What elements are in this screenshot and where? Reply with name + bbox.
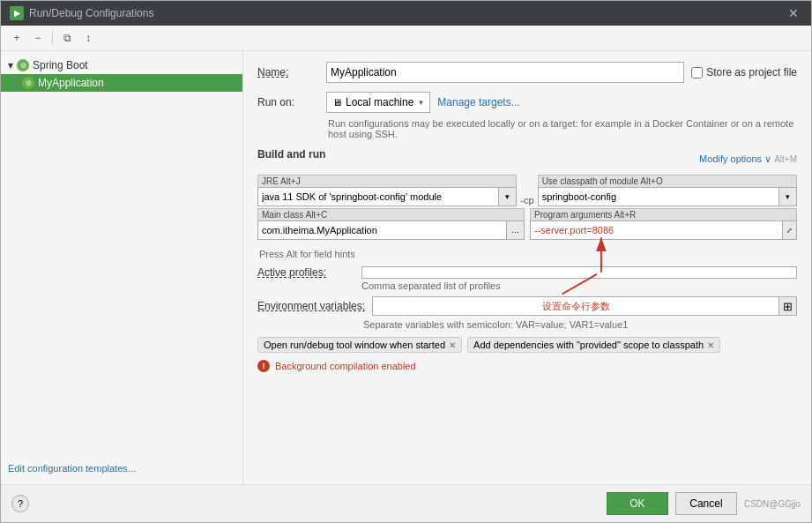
jre-field: JRE Alt+J ▾	[257, 175, 517, 206]
store-as-project-checkbox[interactable]	[691, 67, 703, 78]
env-row: Environment variables: ⊞	[257, 296, 797, 316]
right-panel: Name: Store as project file Run on: 🖥 Lo…	[243, 51, 811, 484]
error-text: Background compilation enabled	[275, 361, 416, 371]
cp-separator: -cp	[518, 175, 535, 206]
profiles-input[interactable]	[361, 266, 797, 279]
csdn-watermark: CSDN@GGjjo	[744, 499, 801, 509]
program-args-input[interactable]	[530, 220, 783, 240]
run-on-row: Run on: 🖥 Local machine ▼ Manage targets…	[257, 92, 797, 113]
run-on-dropdown[interactable]: 🖥 Local machine ▼	[326, 92, 430, 113]
active-profiles-label: Active profiles:	[257, 266, 354, 279]
expand-icon: ▾	[8, 59, 13, 71]
cp-label: -cp	[520, 195, 533, 205]
jre-input[interactable]	[257, 187, 499, 206]
run-on-label: Run on:	[257, 96, 319, 108]
store-label: Store as project file	[706, 66, 797, 78]
main-class-input-row: …	[257, 220, 525, 240]
modify-options-link[interactable]: Modify options ∨ Alt+M	[699, 153, 797, 165]
main-class-input[interactable]	[257, 220, 507, 240]
build-run-section: Build and run Modify options ∨ Alt+M JRE…	[257, 148, 797, 240]
jre-cp-row: JRE Alt+J ▾ -cp Use class	[257, 175, 797, 206]
classpath-input-row: ▾	[538, 187, 797, 206]
use-classpath-label: Use classpath of module Alt+O	[542, 176, 663, 186]
env-input[interactable]	[372, 296, 779, 316]
sidebar-group-springboot[interactable]: ▾ ⚙ Spring Boot	[1, 56, 242, 74]
program-args-label: Program arguments Alt+R	[534, 210, 636, 220]
jre-dropdown-btn[interactable]: ▾	[499, 187, 517, 206]
sidebar-item-label: MyApplication	[38, 77, 104, 89]
error-icon: !	[257, 360, 270, 372]
main-class-field: Main class Alt+C …	[257, 208, 525, 240]
ok-button[interactable]: OK	[607, 492, 668, 515]
spring-boot-icon: ⚙	[17, 59, 29, 71]
tag-open-run-debug-close[interactable]: ✕	[449, 340, 456, 350]
modify-options-label: Modify options ∨	[699, 153, 771, 164]
close-button[interactable]: ✕	[785, 6, 802, 20]
toolbar: + − ⧉ ↕	[1, 26, 811, 51]
main-class-label: Main class Alt+C	[262, 210, 327, 220]
main-class-browse-btn[interactable]: …	[507, 220, 525, 240]
info-text: Run configurations may be executed local…	[328, 118, 797, 139]
sidebar-item-myapplication[interactable]: ⚙ MyApplication	[1, 74, 242, 92]
profiles-hint: Comma separated list of profiles	[361, 280, 797, 291]
dropdown-arrow-icon: ▼	[417, 99, 424, 107]
edit-templates-link[interactable]: Edit configuration templates...	[1, 456, 242, 481]
error-row: ! Background compilation enabled	[257, 360, 797, 372]
dialog-icon: ▶	[10, 6, 24, 20]
program-args-field: Program arguments Alt+R ⤢	[530, 208, 797, 240]
sort-config-button[interactable]: ↕	[79, 29, 97, 47]
help-button[interactable]: ?	[11, 495, 29, 512]
jre-input-row: ▾	[257, 187, 517, 206]
classpath-dropdown-btn[interactable]: ▾	[779, 187, 797, 206]
program-args-header: Program arguments Alt+R	[530, 208, 797, 220]
titlebar-left: ▶ Run/Debug Configurations	[10, 6, 153, 20]
tag-add-dependencies: Add dependencies with "provided" scope t…	[467, 337, 720, 353]
titlebar: ▶ Run/Debug Configurations ✕	[1, 1, 811, 26]
profiles-field: Comma separated list of profiles	[361, 266, 797, 291]
main-args-row: Main class Alt+C … Program arguments Alt…	[257, 208, 797, 240]
sidebar-group-label: Spring Boot	[33, 59, 88, 71]
copy-config-button[interactable]: ⧉	[58, 29, 76, 47]
use-classpath-field: Use classpath of module Alt+O ▾	[538, 175, 797, 206]
cancel-button[interactable]: Cancel	[675, 492, 737, 515]
program-args-input-row: ⤢	[530, 220, 797, 240]
dialog-title: Run/Debug Configurations	[29, 7, 153, 19]
computer-icon: 🖥	[332, 97, 342, 108]
name-row: Name: Store as project file	[257, 62, 797, 83]
main-content: ▾ ⚙ Spring Boot ⚙ MyApplication Edit con…	[1, 51, 811, 484]
remove-config-button[interactable]: −	[29, 29, 47, 47]
build-run-title: Build and run	[257, 148, 325, 162]
manage-targets-link[interactable]: Manage targets...	[437, 96, 519, 108]
spacer	[526, 208, 528, 240]
hint-text: Press Alt for field hints	[259, 249, 797, 259]
tag-add-dependencies-label: Add dependencies with "provided" scope t…	[473, 340, 704, 350]
tag-add-dependencies-close[interactable]: ✕	[707, 340, 714, 350]
add-config-button[interactable]: +	[8, 29, 26, 47]
env-edit-btn[interactable]: ⊞	[779, 296, 797, 316]
spring-app-icon: ⚙	[22, 77, 34, 89]
use-classpath-header: Use classpath of module Alt+O	[538, 175, 797, 187]
modify-options-shortcut: Alt+M	[774, 154, 797, 164]
program-args-expand-btn[interactable]: ⤢	[783, 220, 797, 240]
name-label: Name:	[257, 66, 319, 78]
sidebar: ▾ ⚙ Spring Boot ⚙ MyApplication Edit con…	[1, 51, 243, 484]
jre-label: JRE Alt+J	[262, 176, 301, 186]
classpath-input[interactable]	[538, 187, 779, 206]
name-input[interactable]	[326, 62, 684, 83]
env-label: Environment variables:	[257, 300, 365, 312]
bottom-bar: ? OK Cancel CSDN@GGjjo	[1, 484, 811, 522]
tag-open-run-debug-label: Open run/debug tool window when started	[264, 340, 445, 350]
sidebar-section: ▾ ⚙ Spring Boot ⚙ MyApplication	[1, 55, 242, 93]
env-input-container: ⊞	[372, 296, 797, 316]
run-debug-dialog: ▶ Run/Debug Configurations ✕ + − ⧉ ↕ ▾ ⚙…	[0, 0, 812, 523]
jre-header: JRE Alt+J	[257, 175, 517, 187]
tags-row: Open run/debug tool window when started …	[257, 337, 797, 353]
tag-open-run-debug: Open run/debug tool window when started …	[257, 337, 462, 353]
toolbar-separator	[52, 31, 53, 45]
store-as-project-checkbox-label: Store as project file	[691, 66, 797, 78]
main-class-header: Main class Alt+C	[257, 208, 525, 220]
env-hint: Separate variables with semicolon: VAR=v…	[363, 319, 797, 330]
right-panel-inner: Name: Store as project file Run on: 🖥 Lo…	[257, 62, 797, 372]
local-machine-label: Local machine	[346, 96, 413, 108]
active-profiles-row: Active profiles: Comma separated list of…	[257, 266, 797, 291]
